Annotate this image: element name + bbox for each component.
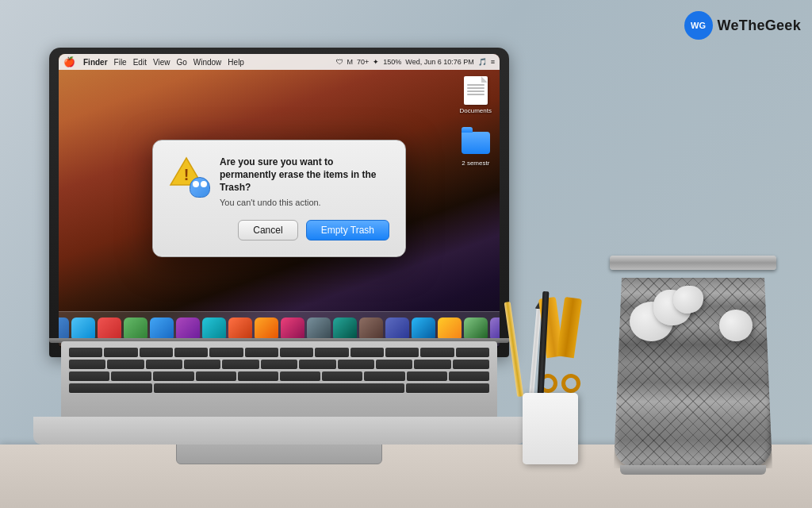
menu-go[interactable]: Go	[176, 58, 186, 67]
laptop-keyboard	[61, 341, 497, 417]
trash-can-container	[598, 214, 788, 468]
scissor-ring-2	[560, 372, 582, 394]
menubar-items: Finder File Edit View Go Window Help	[83, 58, 244, 67]
menu-finder[interactable]: Finder	[83, 58, 108, 67]
wtg-badge: WG	[684, 11, 713, 40]
stationery	[511, 321, 590, 464]
empty-trash-dialog: ! Are you sure you want to permanently e…	[152, 140, 406, 256]
key-row-3	[69, 371, 489, 381]
wtg-name: WeTheGeek	[718, 17, 801, 34]
trash-base	[620, 465, 766, 475]
menubar: 🍎 Finder File Edit View Go Window Help 🛡…	[59, 54, 500, 70]
cancel-button[interactable]: Cancel	[238, 220, 297, 241]
dialog-icon: !	[169, 156, 210, 198]
svg-text:!: !	[184, 166, 190, 183]
trash-can	[614, 262, 772, 468]
paper-ball-4	[673, 286, 703, 314]
trash-contents	[622, 286, 764, 365]
laptop: 🍎 Finder File Edit View Go Window Help 🛡…	[33, 48, 525, 460]
apple-menu[interactable]: 🍎	[63, 56, 75, 67]
dialog-header: ! Are you sure you want to permanently e…	[169, 156, 389, 208]
pencil-cup	[523, 393, 578, 464]
menu-help[interactable]: Help	[228, 58, 244, 67]
screen-bezel: 🍎 Finder File Edit View Go Window Help 🛡…	[59, 54, 500, 349]
trash-body	[614, 278, 772, 468]
keyboard-keys	[61, 341, 497, 397]
menubar-right: 🛡 M 70+ ✦ 150% Wed, Jun 6 10:76 PM 🎵 ≡	[336, 58, 495, 66]
wethegeek-logo: WG WeTheGeek	[684, 11, 801, 40]
laptop-bottom	[33, 417, 525, 444]
dialog-title: Are you sure you want to permanently era…	[220, 156, 389, 194]
key-row-4	[69, 383, 489, 393]
trash-rim	[610, 256, 776, 270]
paper-ball-3	[719, 310, 753, 341]
key-row-1	[69, 348, 489, 357]
dialog-subtitle: You can't undo this action.	[220, 197, 389, 208]
finder-icon	[190, 177, 210, 198]
menu-window[interactable]: Window	[193, 58, 222, 67]
empty-trash-button[interactable]: Empty Trash	[306, 220, 389, 241]
dialog-buttons: Cancel Empty Trash	[169, 220, 389, 241]
laptop-base	[33, 341, 525, 444]
menu-view[interactable]: View	[153, 58, 170, 67]
dialog-overlay: ! Are you sure you want to permanently e…	[59, 71, 500, 325]
key-row-2	[69, 360, 489, 369]
menu-edit[interactable]: Edit	[133, 58, 147, 67]
laptop-lid: 🍎 Finder File Edit View Go Window Help 🛡…	[49, 48, 509, 357]
menu-file[interactable]: File	[114, 58, 127, 67]
dialog-text: Are you sure you want to permanently era…	[220, 156, 389, 208]
